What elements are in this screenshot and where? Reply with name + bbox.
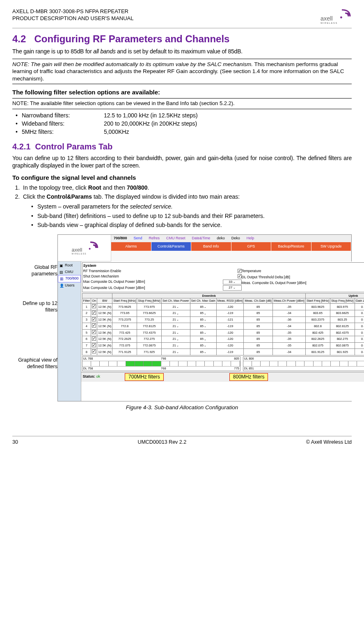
tab-gps[interactable]: GPS <box>231 242 272 251</box>
header-text: AXELL D-MBR 3007-3008-PS NFPA REPEATER P… <box>12 8 134 22</box>
svg-text:axell: axell <box>71 247 82 253</box>
table-cell: 12.5K (N) <box>97 323 112 330</box>
table-cell: -119 <box>216 323 244 330</box>
table-cell: -35 <box>272 330 305 336</box>
table-cell: 7 <box>82 342 91 349</box>
main-panel: System RF Transmission Enable Shut Down … <box>81 261 364 401</box>
table-cell[interactable]: 85 ⌄ <box>190 349 216 355</box>
table-cell[interactable]: 21 ⌄ <box>161 336 190 342</box>
ruler-block: UL 788798805 DL 758768775 UL 806816 DL 8… <box>82 356 364 371</box>
page-header: AXELL D-MBR 3007-3008-PS NFPA REPEATER P… <box>12 8 352 28</box>
help-link[interactable]: Help <box>247 236 254 241</box>
table-cell: 772.075 <box>112 342 137 349</box>
filter-on-checkbox[interactable] <box>92 349 96 353</box>
sub-bullets: •System – overall parameters for the sel… <box>31 203 352 229</box>
cmu-icon: ▤ <box>60 270 64 274</box>
table-row: 512.5K (N)772.425772.437521 ⌄85 ⌄-12085-… <box>82 330 364 336</box>
sidebar-item-cmu[interactable]: ▤CMU <box>58 269 81 275</box>
table-cell: 12.5K (N) <box>97 310 112 316</box>
band-icon: ▥ <box>60 277 64 281</box>
table-cell[interactable]: 21 ⌄ <box>161 349 190 355</box>
cmu-reset-link[interactable]: CMU Reset <box>166 236 185 241</box>
table-cell[interactable] <box>91 330 97 336</box>
figure-caption: Figure 4-3. Sub-band Allocation Configur… <box>12 404 352 411</box>
table-cell[interactable]: 0 ⌄ <box>355 342 364 349</box>
table-cell[interactable]: 85 ⌄ <box>190 304 216 310</box>
table-cell[interactable]: 0 ⌄ <box>355 310 364 316</box>
rf-transmission-checkbox[interactable] <box>238 269 242 273</box>
sidebar-item-band[interactable]: ▥700/800 <box>58 275 81 282</box>
shutdown-checkbox[interactable] <box>238 274 242 278</box>
tab-backup-restore[interactable]: Backup/Restore <box>271 242 311 251</box>
table-cell: -34 <box>272 323 305 330</box>
table-cell[interactable]: 0 ⌄ <box>355 316 364 323</box>
ruler-tick <box>331 361 339 366</box>
table-cell[interactable] <box>91 310 97 316</box>
table-cell: 12.5K (N) <box>97 304 112 310</box>
tab-alarms[interactable]: Alarms <box>111 242 151 251</box>
tab-sw-upgrade[interactable]: SW Upgrade <box>311 242 352 251</box>
table-cell[interactable]: 0 ⌄ <box>355 336 364 342</box>
table-cell: 772.0875 <box>137 342 162 349</box>
ruler-tick <box>196 361 205 366</box>
table-cell[interactable]: 0 ⌄ <box>355 330 364 336</box>
ruler-tick <box>82 361 91 366</box>
filter-options-list: •Narrowband filters:12.5 to 1,000 kHz (i… <box>16 112 352 136</box>
table-cell[interactable]: 21 ⌄ <box>161 316 190 323</box>
table-cell: -120 <box>216 330 244 336</box>
table-cell[interactable] <box>91 323 97 330</box>
table-cell: 773.25 <box>137 316 162 323</box>
ruler-tick <box>322 361 331 366</box>
table-cell[interactable]: 0 ⌄ <box>355 323 364 330</box>
subsection-intro: You can define up to 12 filters accordin… <box>12 154 352 169</box>
filter-on-checkbox[interactable] <box>92 304 96 308</box>
filter-on-checkbox[interactable] <box>92 337 96 341</box>
table-cell[interactable]: 85 ⌄ <box>190 330 216 336</box>
column-header: BW <box>97 298 112 304</box>
column-header: Start Freq [MHz] <box>112 298 137 304</box>
table-cell[interactable]: 85 ⌄ <box>190 336 216 342</box>
table-cell[interactable] <box>91 342 97 349</box>
sidebar-item-root[interactable]: ▣Root <box>58 262 81 269</box>
temperature-row: Temperature102F39C <box>242 268 364 274</box>
table-cell[interactable]: 21 ⌄ <box>161 323 190 330</box>
table-cell[interactable]: 21 ⌄ <box>161 330 190 336</box>
dl-power-select[interactable]: 33 ⌄ <box>223 280 242 284</box>
table-cell: -121 <box>216 316 244 323</box>
table-cell[interactable]: 0 ⌄ <box>355 349 364 355</box>
table-cell[interactable] <box>91 336 97 342</box>
date-time-link[interactable]: Date&Time <box>192 236 211 241</box>
table-cell: -120 <box>216 304 244 310</box>
filter-on-checkbox[interactable] <box>92 330 96 334</box>
refresh-link[interactable]: Refres <box>149 236 160 241</box>
table-cell[interactable]: 0 ⌄ <box>355 304 364 310</box>
table-cell[interactable] <box>91 304 97 310</box>
table-cell[interactable]: 21 ⌄ <box>161 342 190 349</box>
table-cell[interactable] <box>91 349 97 355</box>
table-cell[interactable]: 85 ⌄ <box>190 323 216 330</box>
table-row: 312.5K (N)773.2375773.2521 ⌄85 ⌄-12185-3… <box>82 316 364 323</box>
ruler-700: UL 788798805 DL 758768775 <box>82 356 240 371</box>
table-cell: 802.2625 <box>305 336 330 342</box>
sidebar-item-users[interactable]: 👤Users <box>58 282 81 289</box>
table-cell[interactable]: 85 ⌄ <box>190 316 216 323</box>
send-link[interactable]: Send <box>134 236 142 241</box>
table-cell: 85 <box>244 330 272 336</box>
dl-power-row: Max Composite DL Output Power [dBm]33 ⌄ <box>83 279 242 285</box>
filter-on-checkbox[interactable] <box>92 343 96 347</box>
tab-band-info[interactable]: Band Info <box>191 242 231 251</box>
axell-logo-icon: axell WIRELESS <box>319 8 352 25</box>
table-cell[interactable] <box>91 316 97 323</box>
table-cell[interactable]: 85 ⌄ <box>190 342 216 349</box>
tab-control-params[interactable]: Control&Params <box>151 242 192 251</box>
table-cell[interactable]: 21 ⌄ <box>161 310 190 316</box>
table-cell[interactable]: 21 ⌄ <box>161 304 190 310</box>
header-row: FilterOnBWStart Freq [MHz]Stop Freq [MHz… <box>82 298 364 304</box>
ul-power-select[interactable]: 27 ⌄ <box>223 285 242 290</box>
ruler-tick <box>287 361 295 366</box>
filter-on-checkbox[interactable] <box>92 311 96 315</box>
steps-list: In the topology tree, click Root and the… <box>21 184 352 229</box>
table-cell[interactable]: 85 ⌄ <box>190 310 216 316</box>
filter-on-checkbox[interactable] <box>92 323 96 328</box>
filter-on-checkbox[interactable] <box>92 317 96 321</box>
